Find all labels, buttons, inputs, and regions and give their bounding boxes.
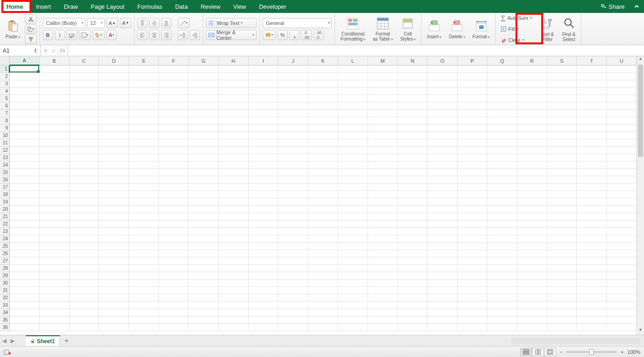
column-header[interactable]: S <box>547 56 577 65</box>
row-header[interactable]: 3 <box>0 80 10 88</box>
row-header[interactable]: 19 <box>0 198 10 206</box>
row-header[interactable]: 14 <box>0 161 10 169</box>
row-header[interactable]: 35 <box>0 316 10 324</box>
merge-center-button[interactable]: Merge & Center <box>206 30 257 40</box>
cell-styles-button[interactable]: Cell Styles <box>398 15 418 43</box>
bold-button[interactable]: B <box>43 30 53 40</box>
column-header[interactable]: O <box>427 56 457 65</box>
ribbon-tab-draw[interactable]: Draw <box>58 0 84 13</box>
row-header[interactable]: 8 <box>0 117 10 125</box>
sheet-nav-prev[interactable]: ◀ <box>0 338 8 344</box>
row-header[interactable]: 20 <box>0 206 10 213</box>
column-header[interactable]: F <box>159 56 189 65</box>
ribbon-tab-developer[interactable]: Developer <box>252 0 293 13</box>
vscroll-thumb[interactable] <box>638 65 643 157</box>
column-header[interactable]: E <box>129 56 159 65</box>
ribbon-tab-data[interactable]: Data <box>169 0 194 13</box>
scroll-up-arrow[interactable]: ▲ <box>637 56 644 64</box>
align-center-button[interactable] <box>149 30 159 40</box>
ribbon-tab-formulas[interactable]: Formulas <box>131 0 169 13</box>
column-header[interactable]: T <box>577 56 607 65</box>
row-header[interactable]: 7 <box>0 110 10 117</box>
row-header[interactable]: 1 <box>0 65 10 73</box>
orientation-button[interactable] <box>178 18 190 28</box>
row-header[interactable]: 34 <box>0 309 10 316</box>
format-painter-button[interactable] <box>25 35 37 44</box>
number-format-combo[interactable]: General <box>263 18 332 28</box>
row-header[interactable]: 24 <box>0 235 10 243</box>
ribbon-tab-insert[interactable]: Insert <box>29 0 58 13</box>
paste-button[interactable]: Paste <box>3 18 23 41</box>
accounting-format-button[interactable] <box>263 30 275 40</box>
page-break-view-button[interactable] <box>544 348 556 356</box>
row-header[interactable]: 27 <box>0 257 10 265</box>
column-header[interactable]: M <box>368 56 398 65</box>
row-header[interactable]: 31 <box>0 287 10 294</box>
row-header[interactable]: 15 <box>0 169 10 176</box>
increase-decimal-button[interactable]: .0.00 <box>301 30 312 40</box>
align-top-button[interactable] <box>137 18 147 28</box>
column-header[interactable]: A <box>10 56 40 65</box>
wrap-text-button[interactable]: Wrap Text <box>206 18 257 28</box>
column-header[interactable]: L <box>338 56 368 65</box>
row-header[interactable]: 12 <box>0 147 10 154</box>
decrease-decimal-button[interactable]: .00.0 <box>314 30 324 40</box>
column-header[interactable]: R <box>517 56 547 65</box>
row-header[interactable]: 6 <box>0 102 10 110</box>
share-button[interactable]: Share <box>596 0 629 13</box>
row-header[interactable]: 28 <box>0 265 10 272</box>
fill-color-button[interactable] <box>93 30 105 40</box>
vertical-scrollbar[interactable]: ▲ ▼ <box>637 56 644 335</box>
sort-filter-button[interactable]: A↓Z Sort & Filter <box>538 15 556 43</box>
name-box[interactable]: A1 ▲▼ <box>0 45 41 56</box>
horizontal-scrollbar[interactable] <box>511 338 640 344</box>
row-header[interactable]: 33 <box>0 302 10 309</box>
column-header[interactable]: U <box>607 56 637 65</box>
percent-format-button[interactable]: % <box>277 30 287 40</box>
column-header[interactable]: B <box>40 56 70 65</box>
row-header[interactable]: 5 <box>0 95 10 102</box>
font-name-combo[interactable]: Calibri (Body) <box>43 18 85 28</box>
row-header[interactable]: 21 <box>0 213 10 220</box>
row-header[interactable]: 22 <box>0 220 10 228</box>
row-header[interactable]: 25 <box>0 243 10 250</box>
column-header[interactable]: H <box>219 56 249 65</box>
clear-button[interactable]: Clear <box>498 35 535 45</box>
ribbon-tab-home[interactable]: Home <box>0 0 29 13</box>
increase-indent-button[interactable] <box>190 30 200 40</box>
decrease-font-button[interactable]: A▼ <box>120 18 131 28</box>
select-all-corner[interactable] <box>0 56 10 65</box>
align-right-button[interactable] <box>161 30 171 40</box>
add-sheet-button[interactable]: + <box>60 337 73 345</box>
row-header[interactable]: 32 <box>0 294 10 302</box>
row-header[interactable]: 17 <box>0 184 10 191</box>
row-header[interactable]: 16 <box>0 176 10 184</box>
row-header[interactable]: 2 <box>0 73 10 80</box>
format-as-table-button[interactable]: Format as Table <box>370 15 395 43</box>
zoom-in-button[interactable]: + <box>621 349 623 355</box>
column-header[interactable]: I <box>249 56 279 65</box>
align-bottom-button[interactable] <box>161 18 171 28</box>
conditional-formatting-button[interactable]: Conditional Formatting <box>338 15 368 43</box>
cut-button[interactable] <box>25 14 37 24</box>
namebox-stepper-icon[interactable]: ▲▼ <box>34 48 37 54</box>
normal-view-button[interactable] <box>520 348 532 356</box>
fill-button[interactable]: Fill <box>498 24 535 34</box>
delete-cells-button[interactable]: Delete <box>446 18 468 41</box>
copy-button[interactable] <box>25 24 37 34</box>
sheet-nav-next[interactable]: ▶ <box>8 338 17 344</box>
ribbon-tab-review[interactable]: Review <box>194 0 227 13</box>
column-header[interactable]: J <box>278 56 308 65</box>
column-header[interactable]: N <box>398 56 428 65</box>
borders-button[interactable] <box>79 30 91 40</box>
find-select-button[interactable]: Find & Select <box>559 15 578 43</box>
row-header[interactable]: 13 <box>0 154 10 161</box>
row-header[interactable]: 26 <box>0 250 10 257</box>
column-header[interactable]: K <box>308 56 338 65</box>
row-header[interactable]: 30 <box>0 280 10 287</box>
column-header[interactable]: G <box>189 56 219 65</box>
row-header[interactable]: 29 <box>0 272 10 280</box>
insert-function-button[interactable]: ƒx <box>60 47 65 54</box>
row-header[interactable]: 18 <box>0 191 10 198</box>
row-header[interactable]: 9 <box>0 125 10 132</box>
